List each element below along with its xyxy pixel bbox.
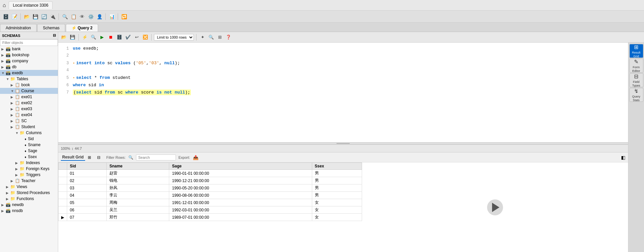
refresh-icon[interactable]: 🔄 <box>40 13 48 20</box>
right-panel-btn-field-types[interactable]: ⊟Field Types <box>629 73 643 87</box>
tree-item-book[interactable]: ▶📋book <box>0 82 58 88</box>
stop-icon[interactable]: ⏹ <box>107 34 114 41</box>
find-replace-icon[interactable]: 🔍 <box>207 34 215 41</box>
beautify-icon[interactable]: ✦ <box>199 34 206 41</box>
tree-arrow-db[interactable]: ▶ <box>1 65 5 69</box>
tree-item-sname[interactable]: ⬧Sname <box>0 142 58 148</box>
code-content[interactable]: insert into sc values ('05','03', null); <box>76 60 180 67</box>
tree-item-exedb[interactable]: ▼🗃️exedb <box>0 70 58 76</box>
tree-item-exe04[interactable]: ▶📋exe04 <box>0 112 58 118</box>
code-content[interactable]: where sid in <box>73 82 104 89</box>
code-content[interactable]: use exedb; <box>73 45 99 52</box>
explain-icon[interactable]: 🔍 <box>90 34 97 41</box>
tree-arrow-exe03[interactable]: ▶ <box>11 107 14 111</box>
tree-item-nnsdb[interactable]: ▶🗃️nnsdb <box>0 208 58 214</box>
tree-item-sc[interactable]: ▶📋SC <box>0 118 58 124</box>
right-panel-btn-result-grid[interactable]: ⊞Result Grid <box>629 44 643 58</box>
col-header-sname[interactable]: Sname <box>107 163 169 170</box>
tree-item-ssex[interactable]: ⬧Ssex <box>0 154 58 160</box>
view-icon[interactable]: 👁 <box>78 13 86 20</box>
commit-icon[interactable]: ✔️ <box>124 34 132 41</box>
tree-arrow-exedb[interactable]: ▼ <box>1 71 5 75</box>
db-select-icon[interactable]: 🗄️ <box>116 34 123 41</box>
tree-arrow-student[interactable]: ▶ <box>11 125 14 129</box>
right-panel-btn-form-editor[interactable]: ✎Form Editor <box>629 59 643 73</box>
tree-item-functions[interactable]: ▶📁Functions <box>0 196 58 202</box>
tab-schemas[interactable]: Schemas <box>37 24 65 32</box>
user-admin-icon[interactable]: 👤 <box>96 13 103 20</box>
home-icon[interactable]: ⌂ <box>3 2 6 8</box>
schema-inspector-icon[interactable]: 🔍 <box>61 13 68 20</box>
tree-item-stored-procedures[interactable]: ▶📁Stored Procedures <box>0 190 58 196</box>
tree-arrow-exe01[interactable]: ▶ <box>11 95 14 99</box>
tree-arrow-exe02[interactable]: ▶ <box>11 101 14 105</box>
tree-arrow-views[interactable]: ▶ <box>6 185 9 189</box>
sql-editor[interactable]: 1use exedb;23•insert into sc values ('05… <box>58 43 628 142</box>
execute-sel-icon[interactable]: ▶ <box>98 34 106 41</box>
help-icon[interactable]: ❓ <box>225 34 232 41</box>
tree-item-newdb[interactable]: ▶🗃️newdb <box>0 202 58 208</box>
tree-item-exe03[interactable]: ▶📋exe03 <box>0 106 58 112</box>
limit-select[interactable]: Limit to 1000 rows <box>154 34 194 41</box>
table-row[interactable]: ▶07郑竹1989-07-01 00:00:00女 <box>59 214 362 221</box>
tree-arrow-newdb[interactable]: ▶ <box>1 203 5 207</box>
execute-icon[interactable]: ⚡ <box>81 34 88 41</box>
tree-item-indexes[interactable]: ▶📁Indexes <box>0 160 58 166</box>
table-row[interactable]: 04李云1990-08-06 00:00:00男 <box>59 192 362 199</box>
table-row[interactable]: 05周梅1991-12-01 00:00:00女 <box>59 199 362 206</box>
tree-item-foreign-keys[interactable]: ▶📁Foreign Keys <box>0 166 58 172</box>
rollback-icon[interactable]: ↩ <box>133 34 140 41</box>
new-query-icon[interactable]: 📝 <box>11 13 18 20</box>
toggle-autocommit-icon[interactable]: 🔀 <box>142 34 149 41</box>
tree-arrow-bookshop[interactable]: ▶ <box>1 53 5 57</box>
save-icon[interactable]: 💾 <box>32 13 39 20</box>
table-row[interactable]: 02钱电1990-12-21 00:00:00男 <box>59 177 362 184</box>
open-file-icon[interactable]: 📂 <box>23 13 30 20</box>
migration-icon[interactable]: 🔁 <box>120 13 128 20</box>
tree-item-tables[interactable]: ▼📁Tables <box>0 76 58 82</box>
col-header-sage[interactable]: Sage <box>169 163 312 170</box>
tree-item-triggers[interactable]: ▶📁Triggers <box>0 172 58 178</box>
tree-arrow-nnsdb[interactable]: ▶ <box>1 209 5 213</box>
open-sql-icon[interactable]: 📂 <box>60 34 67 41</box>
tree-item-sid[interactable]: ⬧Sid <box>0 136 58 142</box>
reconnect-icon[interactable]: 🔌 <box>49 13 56 20</box>
code-content[interactable]: (select sid from sc where score is not n… <box>73 89 191 96</box>
tree-arrow-exe04[interactable]: ▶ <box>11 113 14 117</box>
tree-arrow-indexes[interactable]: ▶ <box>15 161 19 165</box>
tree-item-teacher[interactable]: ▶📋Teacher <box>0 178 58 184</box>
right-panel-btn-query-stats[interactable]: ↯Query Stats <box>629 88 643 102</box>
tree-item-student[interactable]: ▶📋Student <box>0 124 58 130</box>
tree-item-views[interactable]: ▶📁Views <box>0 184 58 190</box>
tree-item-db[interactable]: ▶🗃️db <box>0 64 58 70</box>
table-row[interactable]: 01赵雷1990-01-01 00:00:00男 <box>59 170 362 177</box>
table-row[interactable]: 06吴兰1992-03-01 00:00:00女 <box>59 206 362 214</box>
tree-arrow-triggers[interactable]: ▶ <box>15 173 19 177</box>
tree-item-bookshop[interactable]: ▶🗃️bookshop <box>0 52 58 58</box>
col-header-sid[interactable]: Sid <box>67 163 107 170</box>
col-header-ssex[interactable]: Ssex <box>312 163 362 170</box>
new-schema-icon[interactable]: 🗄️ <box>2 13 9 20</box>
play-overlay-button[interactable] <box>487 199 503 215</box>
tree-arrow-bank[interactable]: ▶ <box>1 47 5 51</box>
tree-arrow-columns[interactable]: ▼ <box>15 131 19 135</box>
table-row[interactable]: 03孙风1990-05-20 00:00:00男 <box>59 184 362 192</box>
tree-item-exe01[interactable]: ▶📋exe01 <box>0 94 58 100</box>
query-stats-icon[interactable]: 📊 <box>108 13 115 20</box>
tree-arrow-course[interactable]: ▼ <box>11 89 14 93</box>
tree-item-course[interactable]: ▼📋Course <box>0 88 58 94</box>
tree-arrow-company[interactable]: ▶ <box>1 59 5 63</box>
filter-search-input[interactable] <box>136 154 176 160</box>
export-icon[interactable]: 📤 <box>193 155 198 160</box>
tab-administration[interactable]: Administration <box>0 24 37 32</box>
tree-arrow-book[interactable]: ▶ <box>11 83 14 87</box>
tree-item-bank[interactable]: ▶🗃️bank <box>0 46 58 52</box>
collapse-results-icon[interactable]: ◧ <box>621 155 625 160</box>
filter-input[interactable] <box>0 39 58 46</box>
tree-item-sage[interactable]: ⬧Sage <box>0 148 58 154</box>
result-grid-tab[interactable]: Result Grid <box>61 154 85 161</box>
procedure-icon[interactable]: ⚙️ <box>87 13 94 20</box>
tree-arrow-teacher[interactable]: ▶ <box>11 179 14 183</box>
tree-arrow-foreign keys[interactable]: ▶ <box>15 167 19 171</box>
tab-query2[interactable]: ⚡ Query 2 <box>66 24 98 32</box>
